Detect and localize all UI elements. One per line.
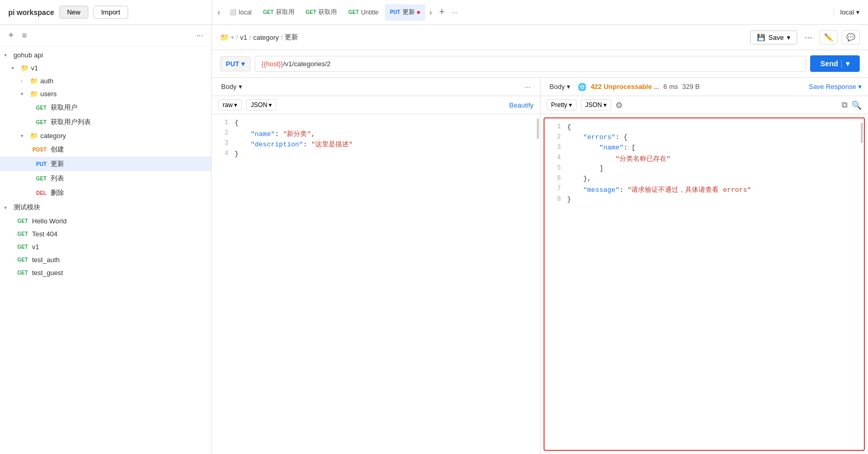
tab-next-button[interactable]: › — [426, 6, 435, 19]
chevron-down-icon: ▾ — [841, 59, 849, 68]
tab-get-huqu2[interactable]: GET 获取用 — [301, 4, 343, 21]
sidebar-item-category[interactable]: ▾ 📁 category — [0, 129, 211, 142]
url-bar: PUT ▾ {{host}}/v1/categories/2 Send ▾ — [212, 50, 868, 78]
save-button[interactable]: 💾 Save ▾ — [750, 31, 797, 44]
sidebar-item-v1[interactable]: ▾ 📁 v1 — [0, 62, 211, 74]
tab-put-gengxin[interactable]: PUT 更新 — [385, 4, 425, 21]
chevron-down-icon: ▾ — [787, 34, 791, 41]
chevron-right-icon: › — [21, 78, 28, 84]
pretty-format-button[interactable]: Pretty ▾ — [547, 99, 577, 111]
request-panel: Body ▾ ··· raw ▾ JSON ▾ Beautify — [212, 78, 540, 454]
response-panel: Body ▾ 🌐 422 Unprocessable ... 6 ms 329 … — [540, 78, 869, 454]
request-body-code[interactable]: 1 { 2 "name": "新分类", 3 "description": "这… — [212, 114, 540, 454]
workspace-title: pi workspace — [8, 8, 54, 17]
breadcrumb-bar: 📁 ▾ / v1 / category / 更新 💾 Save ▾ ··· ✏️… — [212, 25, 868, 50]
chevron-down-icon: ▾ — [239, 83, 242, 90]
url-path: /v1/categories/2 — [283, 60, 331, 68]
response-panel-header: Body ▾ 🌐 422 Unprocessable ... 6 ms 329 … — [540, 78, 869, 96]
resp-line-5: 5 ] — [545, 164, 864, 174]
chevron-down-icon: ▾ — [858, 83, 862, 90]
chevron-down-icon: ▾ — [567, 83, 570, 90]
comment-icon-button[interactable]: 💬 — [842, 30, 860, 44]
resp-line-8: 8 } — [545, 195, 864, 205]
resp-line-6: 6 }, — [545, 174, 864, 185]
resp-line-4: 4 "分类名称已存在" — [545, 154, 864, 164]
response-code-container: 1 { 2 "errors": { 3 "name": [ — [544, 117, 865, 451]
method-selector[interactable]: PUT ▾ — [220, 56, 251, 71]
resp-line-1: 1 { — [545, 123, 864, 133]
chevron-down-icon: ▾ — [4, 205, 11, 210]
breadcrumb: 📁 ▾ / v1 / category / 更新 — [220, 33, 298, 42]
edit-icon-button[interactable]: ✏️ — [819, 30, 838, 44]
sidebar-item-get-users-list[interactable]: GET 获取用户列表 — [0, 115, 211, 129]
sidebar-item-del-delete[interactable]: DEL 删除 — [0, 186, 211, 200]
chevron-down-icon: ▾ — [269, 101, 272, 109]
scrollbar — [537, 118, 539, 139]
response-body-code[interactable]: 1 { 2 "errors": { 3 "name": [ — [545, 118, 864, 450]
body-tab[interactable]: Body ▾ — [218, 81, 245, 93]
monitor-icon: ⬜ — [229, 9, 237, 16]
code-line-1: 1 { — [212, 118, 540, 129]
search-button[interactable]: 🔍 — [851, 100, 862, 110]
sidebar-item-get-test-guest[interactable]: GET test_guest — [0, 266, 211, 279]
request-panel-header: Body ▾ ··· — [212, 78, 540, 96]
status-code: 422 Unprocessable ... — [591, 83, 659, 90]
folder-icon: 📁 — [30, 132, 38, 140]
chevron-down-icon: ▾ — [603, 101, 607, 109]
sidebar-item-get-list[interactable]: GET 列表 — [0, 171, 211, 186]
filter-button[interactable]: ⚙ — [615, 100, 623, 110]
request-more-button[interactable]: ··· — [801, 31, 815, 44]
sidebar-filter-button[interactable]: ≡ — [20, 30, 29, 41]
beautify-button[interactable]: Beautify — [509, 101, 534, 109]
url-input[interactable]: {{host}}/v1/categories/2 — [255, 56, 806, 72]
sidebar-more-button[interactable]: ··· — [194, 30, 205, 41]
new-button[interactable]: New — [59, 6, 88, 19]
code-line-3: 3 "description": "这里是描述" — [212, 139, 540, 149]
sidebar-tree: ▾ gohub api ▾ 📁 v1 › 📁 auth ▾ 📁 users — [0, 47, 211, 454]
tab-get-huqu1[interactable]: GET 获取用 — [258, 4, 300, 21]
response-wrapper: 1 { 2 "errors": { 3 "name": [ — [540, 114, 869, 454]
chevron-down-icon: ▾ — [21, 91, 28, 97]
sidebar-item-get-v1[interactable]: GET v1 — [0, 240, 211, 253]
workspace-area: pi workspace New Import — [0, 6, 212, 19]
sidebar-item-get-hello[interactable]: GET Hello World — [0, 215, 211, 228]
sidebar-add-button[interactable]: + — [6, 29, 16, 42]
tab-prev-button[interactable]: ‹ — [214, 6, 223, 19]
sidebar-item-auth[interactable]: › 📁 auth — [0, 74, 211, 87]
folder-icon: 📁 — [220, 33, 229, 41]
copy-button[interactable]: ⧉ — [842, 100, 847, 110]
language-selector[interactable]: JSON ▾ — [246, 99, 276, 111]
sidebar-item-test-module[interactable]: ▾ 测试模块 — [0, 200, 211, 215]
response-toolbar: Pretty ▾ JSON ▾ ⚙ ⧉ 🔍 — [540, 96, 869, 114]
host-variable: {{host}} — [261, 60, 283, 68]
save-response-button[interactable]: Save Response ▾ — [809, 83, 862, 90]
globe-icon: 🌐 — [578, 83, 586, 91]
environment-selector[interactable]: local ▾ — [833, 8, 866, 16]
sidebar: + ≡ ··· ▾ gohub api ▾ 📁 v1 › 📁 auth — [0, 25, 212, 454]
body-more-button[interactable]: ··· — [521, 82, 534, 92]
sidebar-item-post-create[interactable]: POST 创建 — [0, 142, 211, 157]
sidebar-item-get-404[interactable]: GET Test 404 — [0, 228, 211, 240]
sidebar-item-put-update[interactable]: PUT 更新 — [0, 157, 211, 171]
chevron-down-icon: ▾ — [4, 52, 11, 58]
tab-add-button[interactable]: + — [436, 5, 448, 20]
sidebar-item-get-test-auth[interactable]: GET test_auth — [0, 253, 211, 266]
save-icon: 💾 — [757, 34, 765, 41]
response-size: 329 B — [682, 83, 700, 90]
chevron-down-icon: ▾ — [234, 101, 237, 109]
import-button[interactable]: Import — [94, 6, 128, 19]
save-area: 💾 Save ▾ ··· ✏️ 💬 — [750, 30, 860, 44]
chevron-down-icon: ▾ — [856, 8, 860, 16]
raw-format-button[interactable]: raw ▾ — [218, 99, 242, 111]
sidebar-item-gohub-api[interactable]: ▾ gohub api — [0, 49, 211, 62]
tabs-bar: ‹ ⬜ local GET 获取用 GET 获取用 GET Untitle PU… — [212, 0, 868, 25]
sidebar-item-users[interactable]: ▾ 📁 users — [0, 87, 211, 100]
tab-more-button[interactable]: ··· — [449, 6, 461, 18]
tab-get-untitled[interactable]: GET Untitle — [343, 4, 384, 21]
tab-local[interactable]: ⬜ local — [224, 4, 257, 21]
sidebar-item-get-users[interactable]: GET 获取用户 — [0, 100, 211, 115]
panels-area: Body ▾ ··· raw ▾ JSON ▾ Beautify — [212, 78, 868, 454]
response-body-tab[interactable]: Body ▾ — [547, 81, 574, 93]
send-button[interactable]: Send ▾ — [810, 55, 860, 72]
response-language-selector[interactable]: JSON ▾ — [581, 99, 611, 111]
